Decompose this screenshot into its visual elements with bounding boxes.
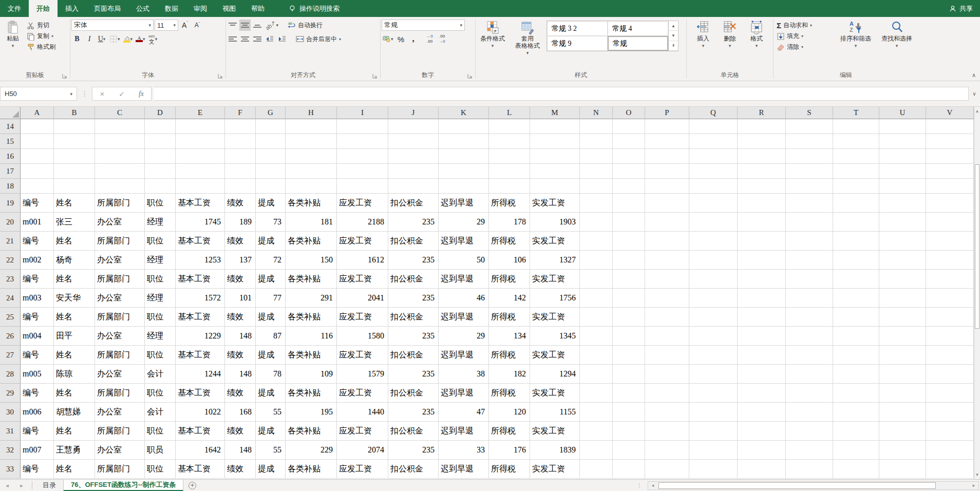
cell-I32[interactable]: 2074 xyxy=(337,441,388,460)
cell-P23[interactable] xyxy=(645,270,689,289)
previous-sheet-button[interactable]: ◂ xyxy=(0,480,14,491)
cell-P27[interactable] xyxy=(645,346,689,365)
cell-S27[interactable] xyxy=(786,346,833,365)
cell-Q29[interactable] xyxy=(689,384,738,403)
column-header-O[interactable]: O xyxy=(613,107,645,119)
cell-M19[interactable]: 实发工资 xyxy=(530,194,580,213)
cell-Q32[interactable] xyxy=(689,441,738,460)
cell-A28[interactable]: m005 xyxy=(21,365,54,384)
cell-Q14[interactable] xyxy=(689,119,738,134)
menu-tab-3[interactable]: 页面布局 xyxy=(86,0,128,17)
row-header-21[interactable]: 21 xyxy=(0,232,21,251)
cell-A25[interactable]: 编号 xyxy=(21,308,54,327)
cell-E22[interactable]: 1253 xyxy=(176,251,225,270)
cell-F32[interactable]: 148 xyxy=(225,441,256,460)
cell-B30[interactable]: 胡慧娣 xyxy=(54,403,95,422)
cell-M27[interactable]: 实发工资 xyxy=(530,346,580,365)
fill-button[interactable]: 填充 ▾ xyxy=(775,31,835,42)
column-header-F[interactable]: F xyxy=(225,107,256,119)
cell-M29[interactable]: 实发工资 xyxy=(530,384,580,403)
cell-B18[interactable] xyxy=(54,179,95,194)
tell-me-search[interactable]: 操作说明搜索 xyxy=(284,0,345,17)
cell-F29[interactable]: 绩效 xyxy=(225,384,256,403)
align-right-button[interactable] xyxy=(252,33,263,45)
cell-T29[interactable] xyxy=(833,384,879,403)
cell-A33[interactable]: 编号 xyxy=(21,460,54,479)
cell-K21[interactable]: 迟到早退 xyxy=(439,232,489,251)
cell-T28[interactable] xyxy=(833,365,879,384)
cell-Q26[interactable] xyxy=(689,327,738,346)
cell-Q20[interactable] xyxy=(689,213,738,232)
cell-G21[interactable]: 提成 xyxy=(256,232,286,251)
number-dialog-launcher-icon[interactable] xyxy=(467,73,473,79)
increase-indent-button[interactable] xyxy=(276,33,288,45)
cell-C20[interactable]: 办公室 xyxy=(95,213,145,232)
cell-M21[interactable]: 实发工资 xyxy=(530,232,580,251)
cell-D20[interactable]: 经理 xyxy=(145,213,176,232)
cell-P14[interactable] xyxy=(645,119,689,134)
cell-C30[interactable]: 办公室 xyxy=(95,403,145,422)
cell-F16[interactable] xyxy=(225,149,256,164)
cell-B31[interactable]: 姓名 xyxy=(54,422,95,441)
cell-H16[interactable] xyxy=(286,149,337,164)
cell-G22[interactable]: 72 xyxy=(256,251,286,270)
cell-F21[interactable]: 绩效 xyxy=(225,232,256,251)
cut-button[interactable]: 剪切 xyxy=(25,20,58,31)
cell-F31[interactable]: 绩效 xyxy=(225,422,256,441)
cell-N20[interactable] xyxy=(580,213,613,232)
cell-F22[interactable]: 137 xyxy=(225,251,256,270)
cell-K30[interactable]: 47 xyxy=(439,403,489,422)
cell-K25[interactable]: 迟到早退 xyxy=(439,308,489,327)
cell-K18[interactable] xyxy=(439,179,489,194)
formula-input[interactable] xyxy=(154,87,969,101)
cell-S21[interactable] xyxy=(786,232,833,251)
cell-B24[interactable]: 安天华 xyxy=(54,289,95,308)
cell-K23[interactable]: 迟到早退 xyxy=(439,270,489,289)
cell-R26[interactable] xyxy=(738,327,786,346)
cell-S20[interactable] xyxy=(786,213,833,232)
cell-D27[interactable]: 职位 xyxy=(145,346,176,365)
cell-S18[interactable] xyxy=(786,179,833,194)
cell-style-1[interactable]: 常规 4 xyxy=(608,21,668,36)
cell-T31[interactable] xyxy=(833,422,879,441)
cell-I28[interactable]: 1579 xyxy=(337,365,388,384)
menu-tab-6[interactable]: 审阅 xyxy=(186,0,215,17)
cancel-entry-button[interactable]: × xyxy=(92,89,112,98)
cell-style-0[interactable]: 常规 3 2 xyxy=(547,21,608,36)
cell-D19[interactable]: 职位 xyxy=(145,194,176,213)
orientation-button[interactable]: ab↗▾ xyxy=(264,20,279,31)
column-header-R[interactable]: R xyxy=(738,107,786,119)
cell-J30[interactable]: 235 xyxy=(388,403,439,422)
cell-E26[interactable]: 1229 xyxy=(176,327,225,346)
cell-K24[interactable]: 46 xyxy=(439,289,489,308)
cell-D17[interactable] xyxy=(145,164,176,179)
cell-S26[interactable] xyxy=(786,327,833,346)
cell-P17[interactable] xyxy=(645,164,689,179)
cell-J15[interactable] xyxy=(388,134,439,149)
vertical-scrollbar[interactable]: ▲ ▼ xyxy=(974,107,980,479)
row-header-27[interactable]: 27 xyxy=(0,346,21,365)
cell-L30[interactable]: 120 xyxy=(489,403,530,422)
cell-J21[interactable]: 扣公积金 xyxy=(388,232,439,251)
row-header-31[interactable]: 31 xyxy=(0,422,21,441)
cell-P15[interactable] xyxy=(645,134,689,149)
cell-Q22[interactable] xyxy=(689,251,738,270)
cell-J16[interactable] xyxy=(388,149,439,164)
cell-V22[interactable] xyxy=(926,251,974,270)
scroll-left-icon[interactable]: ◂ xyxy=(648,483,657,488)
cell-C19[interactable]: 所属部门 xyxy=(95,194,145,213)
cell-G24[interactable]: 77 xyxy=(256,289,286,308)
cell-B32[interactable]: 王慧勇 xyxy=(54,441,95,460)
cell-T19[interactable] xyxy=(833,194,879,213)
cell-A20[interactable]: m001 xyxy=(21,213,54,232)
new-sheet-button[interactable]: + xyxy=(183,480,201,491)
cell-N14[interactable] xyxy=(580,119,613,134)
cell-O18[interactable] xyxy=(613,179,645,194)
increase-font-button[interactable]: Aˆ xyxy=(179,20,191,31)
cell-V27[interactable] xyxy=(926,346,974,365)
cell-J29[interactable]: 扣公积金 xyxy=(388,384,439,403)
cell-G27[interactable]: 提成 xyxy=(256,346,286,365)
cell-J28[interactable]: 235 xyxy=(388,365,439,384)
align-top-button[interactable] xyxy=(227,20,238,31)
cell-U29[interactable] xyxy=(879,384,926,403)
